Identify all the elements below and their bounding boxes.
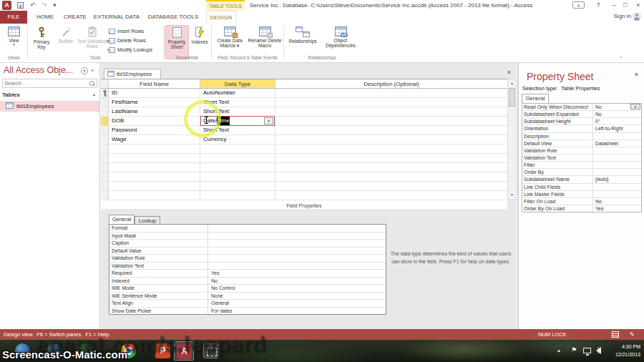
field-properties-label: Field Properties xyxy=(101,203,507,208)
tab-external-data[interactable]: EXTERNAL DATA xyxy=(92,11,142,24)
close-icon[interactable]: × xyxy=(633,0,644,11)
tray-clock[interactable]: 4:30 PM 12/21/2013 xyxy=(606,343,640,358)
volume-icon[interactable] xyxy=(596,347,601,354)
user-avatar-icon[interactable] xyxy=(633,12,641,21)
action-center-flag-icon[interactable]: ⚑ xyxy=(571,346,577,353)
row-selector[interactable] xyxy=(101,107,109,116)
shutter-bar-close-icon[interactable]: « xyxy=(91,67,94,74)
field-row-firstname[interactable]: FirstName Short Text xyxy=(101,98,507,107)
restore-icon[interactable]: □ xyxy=(620,0,631,11)
scroll-down-icon[interactable]: ▼ xyxy=(508,191,516,199)
nav-menu-icon[interactable]: ▾ xyxy=(81,67,88,74)
section-collapse-icon[interactable]: ▴ xyxy=(93,90,95,99)
redo-icon: ↷ xyxy=(42,1,47,10)
property-sheet-title: Property Sheet xyxy=(527,71,593,82)
grid-vertical-scrollbar[interactable]: ▲ ▼ xyxy=(507,79,517,200)
qat-customize-icon[interactable]: ▾ xyxy=(53,1,57,10)
tab-create[interactable]: CREATE xyxy=(61,11,89,24)
minimize-icon[interactable]: – xyxy=(608,0,620,11)
property-row: Default ViewDatasheet xyxy=(522,140,641,147)
empty-row[interactable] xyxy=(101,172,507,182)
builder-wand-icon xyxy=(61,26,72,37)
design-view-icon[interactable]: ✎ xyxy=(630,331,635,338)
empty-row[interactable] xyxy=(101,182,507,191)
empty-row[interactable] xyxy=(101,163,507,172)
property-row: Link Master Fields xyxy=(522,191,641,198)
save-icon[interactable] xyxy=(17,2,24,9)
tab-home[interactable]: HOME xyxy=(32,11,58,24)
search-icon xyxy=(89,81,95,87)
undo-icon[interactable]: ↶ xyxy=(30,1,36,10)
property-row: OrientationLeft-to-Right xyxy=(522,125,641,132)
document-tab-tbl1employees[interactable]: tbl1Employees xyxy=(104,69,161,79)
property-row: Show Date PickerFor dates xyxy=(109,308,386,315)
relationships-button[interactable]: Relationships xyxy=(286,25,320,59)
data-type-help-text: The data type determines the kind of val… xyxy=(387,250,514,265)
field-row-id[interactable]: ID AutoNumber xyxy=(101,89,507,98)
empty-row[interactable] xyxy=(101,145,507,154)
selection-type: Selection type: Table Properties xyxy=(522,85,600,92)
ribbon-display-options-icon[interactable]: ▴ xyxy=(572,1,585,9)
field-row-dob[interactable]: DOB Date/Time ▾ xyxy=(101,117,507,126)
row-selector-active[interactable] xyxy=(101,117,109,125)
property-sheet-button[interactable]: Property Sheet xyxy=(165,25,189,59)
group-label-relationships: Relationships xyxy=(283,55,361,60)
tools-small-buttons: →Insert Rows ×Delete Rows ✎Modify Lookup… xyxy=(109,26,162,54)
modify-lookups-button[interactable]: ✎Modify Lookups xyxy=(109,45,162,54)
property-row: Link Child Fields xyxy=(522,184,641,191)
property-row: IME ModeNo Control xyxy=(109,285,386,293)
collapse-ribbon-icon[interactable]: ^ xyxy=(620,55,622,60)
property-sheet-pane: Property Sheet × Selection type: Table P… xyxy=(517,63,644,329)
tab-database-tools[interactable]: DATABASE TOOLS xyxy=(145,11,202,24)
row-selector[interactable] xyxy=(101,135,109,144)
datasheet-view-icon[interactable] xyxy=(612,331,619,338)
group-label-showhide: Show/Hide xyxy=(163,55,211,60)
document-close-icon[interactable]: × xyxy=(507,69,511,76)
nav-pane-title: All Access Obje... xyxy=(4,65,73,75)
scrollbar-thumb[interactable] xyxy=(509,88,515,107)
object-dependencies-button[interactable]: Object Dependencies xyxy=(322,25,359,59)
empty-row[interactable] xyxy=(101,154,507,163)
property-sheet-tab-general[interactable]: General xyxy=(522,94,549,103)
tab-design[interactable]: DESIGN xyxy=(206,11,236,24)
property-sheet-close-icon[interactable]: × xyxy=(635,71,638,78)
field-row-password[interactable]: Password Short Text xyxy=(101,126,507,135)
relationships-icon xyxy=(296,26,310,37)
tab-file[interactable]: FILE xyxy=(0,11,27,24)
nav-item-tbl1employees[interactable]: tbl1Employees xyxy=(0,101,99,112)
nav-search-box[interactable] xyxy=(2,79,97,88)
row-selector[interactable] xyxy=(101,89,109,97)
design-grid-header: Field Name Data Type Description (Option… xyxy=(101,79,507,89)
rename-delete-macro-button[interactable]: Rename/ Delete Macro xyxy=(248,25,282,59)
view-button[interactable]: View ▾ xyxy=(2,25,26,59)
empty-row[interactable] xyxy=(101,191,507,200)
view-dropdown-icon[interactable]: ▾ xyxy=(2,43,26,47)
clock-time: 4:30 PM xyxy=(606,343,640,351)
help-icon[interactable]: ? xyxy=(592,0,604,11)
nav-section-tables[interactable]: Tables ▴ xyxy=(2,90,97,99)
property-row: Caption xyxy=(109,240,386,248)
tray-expand-icon[interactable]: ▲ xyxy=(557,348,561,353)
property-sheet-icon xyxy=(172,27,182,38)
property-row: Default Value xyxy=(109,248,386,255)
search-input[interactable] xyxy=(4,79,87,87)
primary-key-button[interactable]: Primary Key xyxy=(29,25,54,59)
property-dropdown-icon[interactable]: ▾ xyxy=(630,104,640,109)
field-row-lastname[interactable]: LastName Short Text xyxy=(101,107,507,117)
field-row-wage[interactable]: Wage Currency xyxy=(101,135,507,145)
field-properties-tab-general[interactable]: General xyxy=(109,215,135,224)
access-app-icon: A xyxy=(2,1,11,10)
create-data-macros-button[interactable]: Create Data Macros ▾ xyxy=(213,25,246,59)
row-selector[interactable] xyxy=(101,126,109,134)
network-icon[interactable] xyxy=(583,348,591,353)
property-row: Description xyxy=(522,133,641,140)
row-selector[interactable] xyxy=(101,98,109,107)
indexes-button[interactable]: Indexes xyxy=(190,25,210,59)
scroll-up-icon[interactable]: ▲ xyxy=(508,79,516,87)
insert-rows-button[interactable]: →Insert Rows xyxy=(109,26,162,36)
sign-in-link[interactable]: Sign in xyxy=(614,13,631,19)
num-lock-indicator: NUM LOCK xyxy=(538,329,567,340)
primary-key-icon xyxy=(102,90,107,97)
delete-rows-button[interactable]: ×Delete Rows xyxy=(109,36,162,45)
combo-dropdown-icon[interactable]: ▾ xyxy=(264,117,273,124)
